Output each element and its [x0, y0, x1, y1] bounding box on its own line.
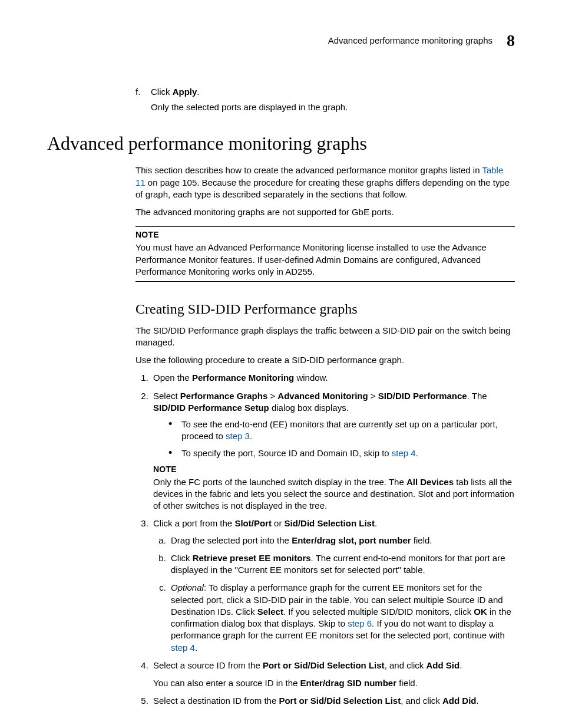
step-1: Open the Performance Monitoring window.: [151, 372, 515, 384]
step-5: Select a destination ID from the Port or…: [151, 695, 515, 707]
page-container: Advanced performance monitoring graphs 8…: [0, 0, 562, 728]
note-text: You must have an Advanced Performance Mo…: [135, 242, 515, 278]
continuation-block: f. Click Apply. Only the selected ports …: [135, 86, 515, 114]
procedure-list: Open the Performance Monitoring window. …: [135, 372, 515, 707]
step-4-link[interactable]: step 4: [392, 448, 416, 458]
step-3-link[interactable]: step 3: [226, 431, 250, 441]
intro-p2: The advanced monitoring graphs are not s…: [135, 206, 515, 218]
note-block-2: NOTE Only the FC ports of the launched s…: [153, 464, 515, 512]
step-6-link[interactable]: step 6: [348, 618, 372, 628]
step-4: Select a source ID from the Port or Sid/…: [151, 660, 515, 690]
note-text-2: Only the FC ports of the launched switch…: [153, 476, 515, 512]
intro-p1: This section describes how to create the…: [135, 164, 515, 200]
step-3-substeps: Drag the selected port into the Enter/dr…: [153, 535, 515, 654]
section-heading: Advanced performance monitoring graphs: [47, 131, 515, 156]
step-3a: Drag the selected port into the Enter/dr…: [168, 535, 515, 546]
list-item-f: Click Apply.: [151, 86, 200, 98]
header-title: Advanced performance monitoring graphs: [328, 35, 492, 47]
note-block-1: NOTE You must have an Advanced Performan…: [135, 226, 515, 282]
list-marker-f: f.: [135, 86, 151, 98]
intro-block: This section describes how to create the…: [135, 164, 515, 707]
step-2: Select Performance Graphs > Advanced Mon…: [151, 390, 515, 512]
step-4-note: You can also enter a source ID in the En…: [153, 677, 515, 689]
bullet-specify-port: To specify the port, Source ID and Domai…: [168, 447, 515, 459]
chapter-number: 8: [507, 29, 515, 52]
subsection-heading: Creating SID-DID Performance graphs: [135, 299, 515, 318]
sid-p2: Use the following procedure to create a …: [135, 354, 515, 366]
step-4-link-b[interactable]: step 4: [171, 643, 195, 653]
step-3c: Optional: To display a performance graph…: [168, 582, 515, 654]
apply-label: Apply: [173, 87, 197, 97]
note-label-2: NOTE: [153, 464, 515, 475]
list-item-f-note: Only the selected ports are displayed in…: [151, 101, 515, 113]
step-2-bullets: To see the end-to-end (EE) monitors that…: [153, 419, 515, 459]
step-3: Click a port from the Slot/Port or Sid/D…: [151, 518, 515, 654]
running-header: Advanced performance monitoring graphs 8: [47, 29, 515, 52]
bullet-ee-monitors: To see the end-to-end (EE) monitors that…: [168, 419, 515, 443]
sid-p1: The SID/DID Performance graph displays t…: [135, 325, 515, 349]
note-label: NOTE: [135, 229, 515, 241]
step-3b: Click Retrieve preset EE monitors. The c…: [168, 552, 515, 577]
